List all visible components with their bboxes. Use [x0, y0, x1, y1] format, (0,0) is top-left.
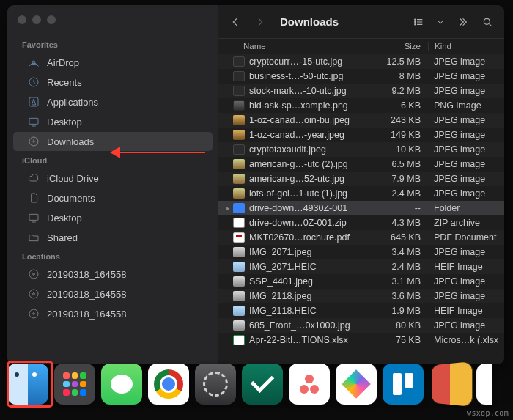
sidebar: Favorites AirDrop Recents Applications D…	[7, 5, 218, 364]
finder-window: Favorites AirDrop Recents Applications D…	[7, 5, 504, 364]
file-kind: Folder	[428, 203, 504, 213]
back-button[interactable]	[227, 14, 243, 30]
dock-app-partial[interactable]	[476, 364, 492, 405]
file-icon	[233, 159, 245, 169]
dock-box-app[interactable]	[432, 361, 472, 407]
file-size: 3.1 MB	[377, 276, 428, 287]
file-size: 3.4 MB	[377, 247, 428, 257]
sidebar-item-label: 20190318_164558	[47, 309, 126, 320]
file-row[interactable]: cryptocurr…-15-utc.jpg12.5 MBJPEG image	[218, 54, 504, 69]
file-row[interactable]: cryptotaxaudit.jpeg10 KBJPEG image	[218, 142, 504, 157]
file-kind: JPEG image	[428, 188, 504, 199]
file-row[interactable]: american-g…-utc (2).jpg6.5 MBJPEG image	[218, 157, 504, 172]
disk-icon	[28, 268, 40, 280]
view-list-button[interactable]	[410, 14, 427, 30]
file-row[interactable]: bid-ask-sp…xample.png6 KBPNG image	[218, 98, 504, 113]
sidebar-item-location[interactable]: 20190318_164558	[13, 304, 213, 323]
column-header[interactable]: Name Size Kind	[218, 39, 504, 54]
file-kind: JPEG image	[428, 115, 504, 125]
search-button[interactable]	[479, 14, 495, 30]
sidebar-item-icloud-desktop[interactable]: Desktop	[13, 208, 213, 227]
close-button[interactable]	[18, 15, 26, 24]
sidebar-item-shared[interactable]: Shared	[13, 228, 213, 247]
sidebar-item-desktop[interactable]: Desktop	[13, 112, 213, 131]
file-name: Apr-22-Bitl…TIONS.xlsx	[249, 335, 377, 345]
forward-button[interactable]	[252, 14, 268, 30]
sidebar-item-label: AirDrop	[47, 57, 79, 68]
sidebar-item-location[interactable]: 20190318_164558	[13, 265, 213, 284]
svg-point-7	[33, 273, 35, 276]
file-row[interactable]: Apr-22-Bitl…TIONS.xlsx75 KBMicros…k (.xl…	[218, 333, 504, 347]
column-size[interactable]: Size	[377, 42, 428, 51]
column-kind[interactable]: Kind	[428, 42, 504, 51]
file-row[interactable]: IMG_2071.jpeg3.4 MBJPEG image	[218, 245, 504, 259]
file-icon	[233, 144, 245, 155]
file-name: drive-down…0Z-001.zip	[249, 218, 377, 228]
sidebar-item-icloud-drive[interactable]: iCloud Drive	[13, 169, 213, 188]
file-row[interactable]: american-g…52-utc.jpg7.9 MBJPEG image	[218, 172, 504, 186]
file-row[interactable]: IMG_2071.HEIC2.4 MBHEIF Image	[218, 259, 504, 274]
file-row[interactable]: drive-down…0Z-001.zip4.3 MBZIP archive	[218, 215, 504, 230]
file-row[interactable]: IMG_2118.jpeg3.6 MBJPEG image	[218, 289, 504, 303]
dock-settings[interactable]	[195, 364, 236, 405]
sidebar-item-location[interactable]: 20190318_164558	[13, 284, 213, 303]
zoom-button[interactable]	[47, 15, 56, 24]
file-row[interactable]: lots-of-gol…1-utc (1).jpg2.4 MBJPEG imag…	[218, 186, 504, 201]
minimize-button[interactable]	[32, 15, 41, 24]
sidebar-item-label: 20190318_164558	[47, 269, 126, 280]
file-icon	[233, 262, 245, 272]
column-name[interactable]: Name	[235, 42, 377, 51]
file-name: IMG_2071.HEIC	[249, 262, 377, 272]
dock-clickup[interactable]	[336, 364, 377, 405]
window-controls[interactable]	[7, 11, 218, 36]
file-name: bid-ask-sp…xample.png	[249, 100, 377, 111]
svg-point-13	[415, 21, 416, 22]
file-size: 12.5 MB	[377, 56, 428, 67]
file-size: --	[377, 203, 428, 213]
more-button[interactable]	[454, 14, 470, 30]
file-name: 1-oz-canad…-year.jpeg	[249, 130, 377, 140]
file-icon	[233, 86, 245, 96]
file-row[interactable]: MKT02670…rochure.pdf645 KBPDF Document	[218, 230, 504, 245]
file-row[interactable]: 685_Front_…0x1000.jpg80 KBJPEG image	[218, 318, 504, 333]
file-icon	[233, 71, 245, 81]
file-kind: HEIF Image	[428, 262, 504, 272]
sidebar-item-applications[interactable]: Applications	[13, 92, 213, 111]
file-row[interactable]: stock-mark…-10-utc.jpg9.2 MBJPEG image	[218, 84, 504, 98]
file-size: 75 KB	[377, 335, 428, 345]
svg-point-12	[415, 19, 416, 20]
dock-chrome[interactable]	[148, 364, 189, 405]
disclosure-icon[interactable]: ▸	[223, 205, 233, 212]
file-kind: JPEG image	[428, 247, 504, 257]
content-area: Downloads Name Size Kind cryptocurr…-15-…	[218, 5, 504, 364]
sidebar-item-airdrop[interactable]: AirDrop	[13, 53, 213, 72]
sidebar-item-downloads[interactable]: Downloads	[13, 132, 213, 151]
sidebar-item-label: Applications	[47, 97, 98, 108]
view-chevron-icon[interactable]	[435, 14, 446, 30]
sidebar-item-recents[interactable]: Recents	[13, 73, 213, 92]
file-kind: PDF Document	[428, 232, 504, 243]
sidebar-item-documents[interactable]: Documents	[13, 188, 213, 207]
file-name: american-g…-utc (2).jpg	[249, 159, 377, 169]
file-icon	[233, 56, 245, 67]
file-row[interactable]: SSP_4401.jpeg3.1 MBJPEG image	[218, 274, 504, 289]
file-icon	[233, 203, 245, 213]
file-row[interactable]: 1-oz-canad…-year.jpeg149 KBJPEG image	[218, 128, 504, 142]
file-icon	[233, 306, 245, 316]
file-name: 685_Front_…0x1000.jpg	[249, 320, 377, 331]
file-name: cryptocurr…-15-utc.jpg	[249, 56, 377, 67]
file-list[interactable]: cryptocurr…-15-utc.jpg12.5 MBJPEG imageb…	[218, 54, 504, 364]
dock-messages[interactable]	[101, 364, 142, 405]
dock-trello[interactable]	[383, 364, 424, 405]
file-row[interactable]: business-t…-50-utc.jpg8 MBJPEG image	[218, 69, 504, 84]
dock-launchpad[interactable]	[54, 364, 95, 405]
file-row[interactable]: IMG_2118.HEIC1.9 MBHEIF Image	[218, 303, 504, 318]
dock-finder[interactable]	[7, 364, 48, 405]
file-row[interactable]: ▸drive-down…4930Z-001--Folder	[218, 201, 504, 215]
dock-asana[interactable]	[289, 364, 330, 405]
file-name: SSP_4401.jpeg	[249, 276, 377, 287]
dock-app-check[interactable]	[242, 364, 283, 405]
file-row[interactable]: 1-oz-canad…oin-bu.jpeg243 KBJPEG image	[218, 113, 504, 128]
file-size: 2.4 MB	[377, 188, 428, 199]
file-name: 1-oz-canad…oin-bu.jpeg	[249, 115, 377, 125]
